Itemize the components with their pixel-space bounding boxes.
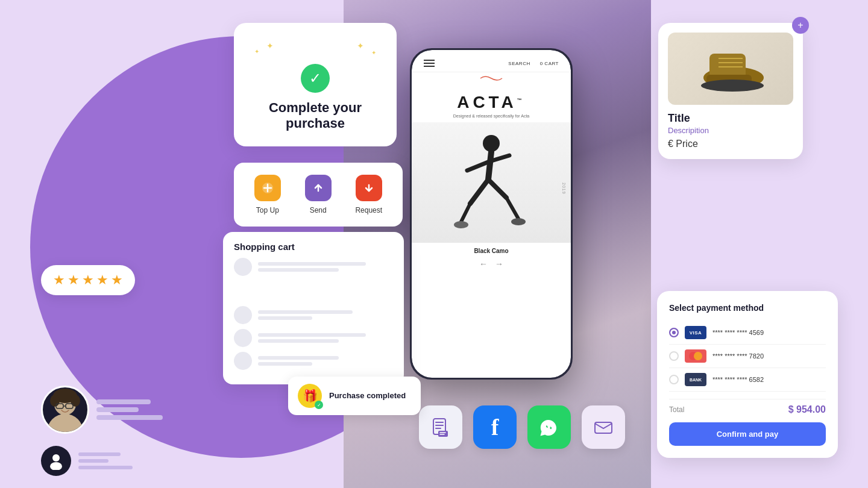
svg-point-34 xyxy=(71,395,80,407)
anon-info-lines xyxy=(78,452,133,469)
payment-option-visa[interactable]: VISA **** **** **** 4569 xyxy=(669,321,826,345)
bank-chip: BANK xyxy=(685,373,706,386)
purchase-completed-card: 🎁 ✓ Purchase completed xyxy=(288,377,421,415)
star-5: ★ xyxy=(111,272,123,288)
svg-rect-44 xyxy=(438,431,448,437)
phone-year: 2019 xyxy=(562,183,566,195)
visa-radio[interactable] xyxy=(669,328,679,337)
star-4: ★ xyxy=(96,272,108,288)
facebook-icon-card[interactable]: f xyxy=(473,405,517,449)
payment-card: Select payment method VISA **** **** ***… xyxy=(657,291,838,458)
star-3: ★ xyxy=(82,272,94,288)
visa-number: **** **** **** 4569 xyxy=(712,329,826,336)
add-product-button[interactable]: + xyxy=(792,17,809,34)
payment-total: Total $ 954.00 xyxy=(669,399,826,415)
star-2: ★ xyxy=(68,272,80,288)
bank-number: **** **** **** 6582 xyxy=(712,376,826,383)
anon-avatar xyxy=(41,446,71,476)
cart-row-4 xyxy=(234,352,393,370)
mc-chip xyxy=(685,349,706,363)
svg-point-30 xyxy=(47,414,83,432)
request-label: Request xyxy=(355,206,382,214)
confirm-pay-button[interactable]: Confirm and pay xyxy=(669,422,826,446)
svg-point-9 xyxy=(511,218,526,225)
purchase-icon: 🎁 ✓ xyxy=(298,384,322,408)
anon-profile-section xyxy=(41,446,133,476)
sparkles-decoration: ✦ ✦ ✦ ✦ xyxy=(248,41,382,59)
send-icon xyxy=(305,175,332,201)
user-info-lines xyxy=(96,399,163,420)
bank-radio[interactable] xyxy=(669,375,679,384)
star-1: ★ xyxy=(53,272,65,288)
purchase-check-icon: ✓ xyxy=(315,401,323,409)
payment-option-bank[interactable]: BANK **** **** **** 6582 xyxy=(669,368,826,392)
purchase-label: Purchase completed xyxy=(329,391,406,401)
phone-product-image: 2019 xyxy=(412,122,571,243)
search-nav[interactable]: SEARCH xyxy=(508,61,530,66)
topup-action[interactable]: Top Up xyxy=(254,175,281,214)
social-icons-row: f xyxy=(419,405,625,449)
cart-nav[interactable]: 0 CART xyxy=(540,61,559,66)
svg-line-4 xyxy=(488,180,506,198)
mc-number: **** **** **** 7820 xyxy=(712,352,826,360)
product-title: Title xyxy=(668,112,793,125)
product-card: + Title Descripition € Price xyxy=(658,23,803,159)
cart-row-3 xyxy=(234,329,393,347)
complete-title: Complete your purchase xyxy=(248,100,382,132)
visa-chip: VISA xyxy=(685,326,706,339)
topup-icon xyxy=(254,175,281,201)
mc-radio[interactable] xyxy=(669,351,679,361)
complete-purchase-card: ✦ ✦ ✦ ✦ ✓ Complete your purchase xyxy=(234,23,397,146)
product-description: Descripition xyxy=(668,126,793,135)
phone-nav-arrows[interactable]: ← → xyxy=(412,259,571,269)
shopping-cart-title: Shopping cart xyxy=(234,242,393,252)
facebook-f-icon: f xyxy=(491,414,499,440)
stars-rating-card: ★ ★ ★ ★ ★ xyxy=(41,265,135,295)
user-profile-section xyxy=(41,386,163,434)
cart-row-2 xyxy=(234,306,393,324)
total-amount: $ 954.00 xyxy=(788,404,826,415)
phone-header: SEARCH 0 CART xyxy=(412,50,571,72)
svg-line-6 xyxy=(467,161,489,170)
svg-point-29 xyxy=(694,352,702,360)
mail-icon-card[interactable] xyxy=(582,405,625,449)
topup-label: Top Up xyxy=(256,206,279,214)
payment-title: Select payment method xyxy=(669,303,826,313)
cart-row-1 xyxy=(234,258,393,276)
phone-mockup: SEARCH 0 CART ACTA™ Designed & released … xyxy=(410,48,573,380)
svg-line-3 xyxy=(461,204,470,222)
svg-point-8 xyxy=(454,221,468,228)
phone-brand: ACTA™ Designed & released specifically f… xyxy=(412,86,571,122)
svg-point-38 xyxy=(52,454,60,461)
notes-icon-card[interactable] xyxy=(419,405,462,449)
svg-point-39 xyxy=(50,462,62,470)
phone-brand-sub: Designed & released specifically for Act… xyxy=(412,112,571,120)
whatsapp-icon-card[interactable] xyxy=(527,405,571,449)
request-action[interactable]: Request xyxy=(355,175,382,214)
shopping-cart-card: Shopping cart xyxy=(223,232,404,384)
svg-line-1 xyxy=(488,152,491,180)
payment-option-mc[interactable]: **** **** **** 7820 xyxy=(669,345,826,368)
request-icon xyxy=(356,175,382,201)
send-action[interactable]: Send xyxy=(305,175,332,214)
send-label: Send xyxy=(310,206,327,214)
product-image xyxy=(668,33,793,105)
product-price: € Price xyxy=(668,139,793,149)
menu-icon[interactable] xyxy=(424,60,435,67)
actions-card: Top Up Send Request xyxy=(234,163,403,227)
svg-point-27 xyxy=(701,80,764,92)
svg-line-5 xyxy=(506,198,518,219)
svg-line-2 xyxy=(470,180,488,204)
user-avatar xyxy=(41,386,89,434)
total-label: Total xyxy=(669,405,684,414)
phone-product-label: Black Camo xyxy=(412,243,571,259)
check-icon: ✓ xyxy=(301,64,330,93)
svg-point-33 xyxy=(50,395,60,407)
phone-nav: SEARCH 0 CART xyxy=(508,61,559,66)
